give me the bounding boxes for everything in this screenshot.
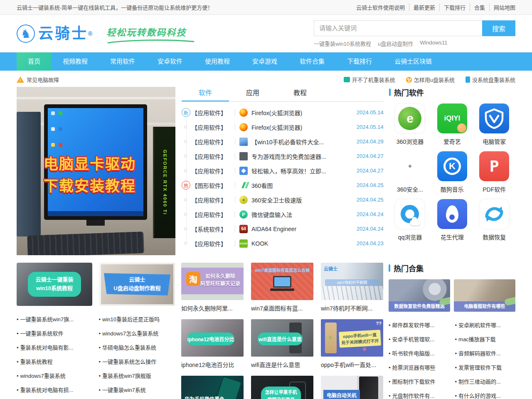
app-peanut-proxy[interactable]: 花生代理 [431, 199, 473, 241]
search-input[interactable] [314, 20, 482, 36]
link-item[interactable]: 音频解码器软件... [455, 349, 516, 357]
app-pdf-software[interactable]: P PDF软件 [473, 151, 515, 193]
link-item[interactable]: 邮件群发软件哪... [389, 321, 449, 329]
link-item[interactable]: 听书软件电脑版... [389, 349, 449, 357]
video-card-iphone-screenshot-sound[interactable]: 怎样让苹果手机截图没有声音 [251, 376, 313, 399]
link-item[interactable]: 重装系统对电脑有影... [17, 343, 93, 351]
software-row[interactable]: 热 【图形软件】 360看图 2024.04.25 [182, 178, 384, 192]
hot-keyword-2[interactable]: u盘启动盘制作 [378, 39, 413, 47]
tutorial-card-win10-reinstall[interactable]: 云骑士一键重装 win10系统教程 [17, 263, 92, 306]
nav-item-android-games[interactable]: 安卓游戏 [241, 52, 288, 71]
app-iqiyi[interactable]: iQIYI 爱奇艺 [431, 103, 473, 145]
software-row[interactable]: 【应用软件】 KOOK KOOK 2024.04.23 [182, 236, 384, 251]
nav-item-usage-tutorials[interactable]: 使用教程 [194, 52, 241, 71]
link-item[interactable]: 一键重装系统怎么操作 [99, 357, 175, 365]
topbar-link-updates[interactable]: 最新更新 [409, 3, 440, 11]
app-kugou-music[interactable]: K 酷狗音乐 [431, 151, 473, 193]
topbar-link-help[interactable]: 云骑士软件使用说明 [352, 3, 409, 11]
nav-item-android-software[interactable]: 安卓软件 [146, 52, 194, 71]
video-card-oppo-wifi[interactable]: ?? oppo手机wifi一直处于关闭模式打不开 oppo手机wifi一直处..… [321, 319, 383, 376]
nav-item-common-software[interactable]: 常用软件 [99, 52, 146, 71]
app-data-recovery[interactable]: 数据恢复 [473, 199, 515, 241]
video-card-win7-icons[interactable]: win7桌面图标有蓝底怎么去掉 win7桌面图标有蓝... [251, 263, 313, 319]
thumb-overlay-text: 电脑自动关机是为什么 [323, 390, 360, 399]
video-card-pc-auto-shutdown[interactable]: 电脑自动关机是为什么 [321, 376, 383, 399]
quicklink-no-system-disk[interactable]: 没系统盘重装系统 [466, 76, 515, 84]
link-item[interactable]: windows7怎么重装系统 [99, 329, 175, 337]
link-item[interactable]: 安卓刷机软件哪... [455, 321, 516, 329]
link-item[interactable]: 一键重装系统win7旗... [17, 315, 93, 323]
link-item[interactable]: 一键重装win7系统 [99, 386, 175, 394]
link-item[interactable]: mac播放器下载 [455, 335, 516, 343]
peanut-icon [437, 199, 467, 229]
hot-keyword-1[interactable]: 一键重装win10系统教程 [314, 39, 371, 47]
360-image-viewer-icon [239, 181, 248, 190]
taskbar-decor [48, 211, 143, 216]
app-360-security[interactable]: + 360安全... [389, 151, 431, 193]
nav-item-software-collections[interactable]: 软件合集 [288, 52, 336, 71]
firefox-icon [239, 123, 248, 131]
app-360-browser[interactable]: e 360浏览器 [389, 103, 431, 145]
link-item[interactable]: 一键重装系统软件 [17, 329, 93, 337]
hero-video-banner[interactable]: GEFORCE RTX 4060 Ti 电脑显卡驱动 下载安装教程 [17, 87, 175, 255]
tutorial-card-title: 云骑士一键重装 win10系统教程 [28, 272, 81, 297]
software-row[interactable]: 【应用软件】 P 微信键盘输入法 2024.04.24 [182, 207, 384, 222]
nav-item-download-rank[interactable]: 下载排行 [336, 52, 383, 71]
tab-tutorials[interactable]: 教程 [276, 87, 324, 101]
software-row[interactable]: 【系统软件】 64 AIDA64 Engineer 2024.04.24 [182, 222, 384, 236]
software-row[interactable]: 新 【应用软件】 Firefox(火狐浏览器) 2024.05.14 [182, 105, 384, 120]
link-item[interactable]: 重装系统win7旗舰版 [99, 372, 175, 379]
pdf-icon: P [479, 151, 509, 181]
video-card-huawei-dark-mode[interactable]: 华为手机微信黑色模式怎么取消 [181, 376, 244, 399]
link-item[interactable]: 安卓手机管理软... [389, 335, 449, 343]
search-button[interactable]: 搜索 [482, 20, 515, 36]
link-item[interactable]: 华硕电脑怎么重装系统 [99, 343, 175, 351]
software-row[interactable]: 【应用软件】 + 360安全卫士极速版 2024.04.25 [182, 192, 384, 207]
desktop-icon [51, 143, 55, 147]
video-card-win7-standby[interactable]: 云骑士 win7待机时不断网 win7待机时不断网... [321, 263, 383, 319]
link-item[interactable]: 制作三维动画的... [455, 377, 516, 385]
thumb-overlay-text: iphone12电池百分比 [187, 332, 234, 345]
app-pc-manager[interactable]: 电脑管家 [473, 103, 515, 145]
tab-apps[interactable]: 应用 [229, 87, 276, 101]
software-row[interactable]: 【应用软件】 Firefox(火狐浏览器) 2024.05.14 [182, 120, 384, 134]
tab-software[interactable]: 软件 [182, 87, 229, 101]
hot-badge: 热 [182, 181, 190, 190]
video-card-iphone12-battery[interactable]: iphone12电池百分比 iphone12电池百分比 [181, 319, 244, 376]
common-faults-link[interactable]: ! 常见电脑故障 [17, 76, 59, 84]
topbar-link-sitemap[interactable]: 网站地图 [490, 3, 515, 11]
nav-item-blockchain[interactable]: 云骑士区块链 [383, 52, 443, 71]
link-item[interactable]: 图标制作下载软件 [389, 377, 449, 385]
quicklink-cannot-boot[interactable]: 开不了机重装系统 [344, 76, 395, 84]
app-qq-browser[interactable]: qq浏览器 [389, 199, 431, 241]
aida64-icon: 64 [239, 225, 248, 233]
link-item[interactable]: 重装系统教程 [17, 357, 93, 365]
quicklink-usb-install[interactable]: 怎样用u盘装系统 [406, 76, 455, 84]
software-row[interactable]: 【应用软件】 【win10手机必备软件大全... 2024.04.29 [182, 134, 384, 149]
topbar-link-rank[interactable]: 下载排行 [440, 3, 470, 11]
site-logo[interactable]: ♞ 云骑士® [17, 24, 94, 44]
video-card-taobao[interactable]: 淘 如何永久删除阿里旺旺聊天记录 如何永久删除阿里... [181, 263, 244, 319]
video-caption: win7桌面图标有蓝... [251, 304, 313, 312]
hot-keyword-3[interactable]: Windows11 [420, 39, 447, 47]
desktop-icon [59, 111, 62, 115]
link-item[interactable]: 光盘制作软件有... [389, 392, 449, 399]
timeline-dot [184, 169, 187, 172]
phone-photo-decor [325, 323, 337, 353]
software-row[interactable]: 【应用软件】 专为游戏而生的免费加速器... 2024.04.27 [182, 149, 384, 163]
collection-card-data-recovery[interactable]: 数据恢复软件免费版精选 [389, 279, 450, 312]
video-card-wifi-direct[interactable]: wifi直连是什么意思 wifi直连是什么意思 [251, 319, 313, 376]
link-item[interactable]: 重装系统对电脑有损... [17, 386, 93, 394]
nav-item-home[interactable]: 首页 [17, 52, 52, 71]
link-item[interactable]: 有什么好的游戏... [455, 392, 516, 399]
link-item[interactable]: windows7重装系统 [17, 372, 93, 379]
link-item[interactable]: win10重装后还是正版吗 [99, 315, 175, 323]
screen-icon [344, 77, 350, 82]
software-row[interactable]: 【应用软件】 轻松输入，畅享高效！立即... 2024.04.27 [182, 163, 384, 178]
collection-card-image-viewers[interactable]: 电脑看图软件有哪些 [454, 279, 515, 312]
tutorial-card-usb-boot[interactable]: 云骑士 U盘启动盘制作教程 [99, 263, 175, 306]
topbar-link-collections[interactable]: 合集 [470, 3, 490, 11]
nav-item-video-tutorials[interactable]: 视频教程 [52, 52, 99, 71]
link-item[interactable]: 发票管理软件下载 [455, 363, 516, 371]
link-item[interactable]: 抢票浏览器有哪些 [389, 363, 449, 371]
